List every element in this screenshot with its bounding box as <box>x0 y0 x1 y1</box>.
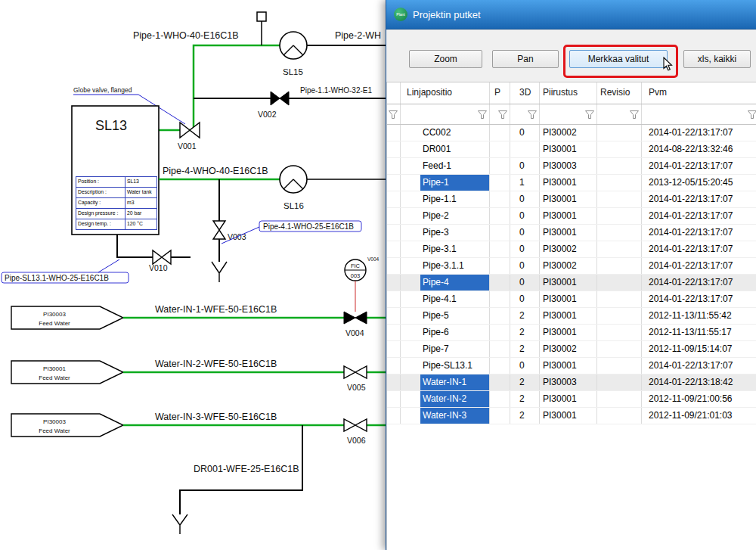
cell-piirustus[interactable]: PI30001 <box>540 275 597 291</box>
cell-piirustus[interactable]: PI30002 <box>540 341 597 357</box>
cell-revisio[interactable] <box>597 225 642 241</box>
selected-row-label[interactable]: Pipe-1 <box>420 175 489 191</box>
cell-piirustus[interactable]: PI30001 <box>540 358 597 374</box>
cell-3d[interactable]: 0 <box>510 258 540 274</box>
cell-revisio[interactable] <box>597 241 642 257</box>
window-titlebar[interactable]: Plant Projektin putket <box>386 0 756 30</box>
valve-v003[interactable] <box>213 221 225 239</box>
filter-funnel-icon[interactable] <box>497 110 508 120</box>
filter-funnel-icon[interactable] <box>527 110 538 120</box>
cell-pvm[interactable]: 2014-01-22/13:17:07 <box>642 225 756 241</box>
cell-3d[interactable]: 2 <box>510 308 540 324</box>
selected-row-label[interactable]: Water-IN-1 <box>420 374 489 390</box>
cell-linjapositio[interactable]: CC002 <box>401 125 490 141</box>
header-piirustus[interactable]: Piirustus <box>540 82 597 104</box>
cell-revisio[interactable] <box>597 391 642 407</box>
filter-revisio[interactable] <box>597 104 642 124</box>
cell-pvm[interactable]: 2013-12-05/15:20:45 <box>642 175 756 191</box>
cell-linjapositio[interactable]: DR001 <box>401 141 490 157</box>
row-selector-cell[interactable] <box>387 191 401 207</box>
header-revisio[interactable]: Revisio <box>597 82 642 104</box>
row-label[interactable]: Pipe-2 <box>420 208 451 224</box>
cell-linjapositio[interactable]: Pipe-6 <box>401 325 490 340</box>
table-row[interactable]: Pipe-52PI300012012-11-13/11:55:42 <box>387 308 756 325</box>
cell-piirustus[interactable]: PI30001 <box>540 308 597 324</box>
header-linjapositio[interactable]: Linjapositio <box>401 82 490 104</box>
cell-p[interactable] <box>490 358 510 374</box>
cell-3d[interactable]: 2 <box>510 374 540 390</box>
cell-linjapositio[interactable]: Water-IN-1 <box>401 374 490 390</box>
cell-3d[interactable]: 2 <box>510 325 540 340</box>
cell-pvm[interactable]: 2012-11-09/21:00:56 <box>642 391 756 407</box>
row-selector-cell[interactable] <box>387 408 401 424</box>
xls-all-button[interactable]: xls, kaikki <box>683 50 751 68</box>
cell-piirustus[interactable]: PI30001 <box>540 391 597 407</box>
cell-revisio[interactable] <box>597 158 642 174</box>
mark-selected-button[interactable]: Merkkaa valitut <box>569 50 668 68</box>
table-row[interactable]: Water-IN-12PI300032014-01-22/13:18:42 <box>387 374 756 391</box>
cell-piirustus[interactable]: PI30001 <box>540 141 597 157</box>
cell-revisio[interactable] <box>597 291 642 307</box>
cell-pvm[interactable]: 2014-01-22/13:17:07 <box>642 158 756 174</box>
cell-p[interactable] <box>490 275 510 291</box>
valve-v006[interactable] <box>344 419 367 431</box>
cell-revisio[interactable] <box>597 308 642 324</box>
filter-3d[interactable] <box>510 104 540 124</box>
cell-piirustus[interactable]: PI30002 <box>540 125 597 141</box>
cell-piirustus[interactable]: PI30001 <box>540 408 597 424</box>
row-selector-cell[interactable] <box>387 125 401 141</box>
cell-pvm[interactable]: 2014-01-22/13:17:07 <box>642 358 756 374</box>
cell-3d[interactable]: 0 <box>510 358 540 374</box>
cell-p[interactable] <box>490 225 510 241</box>
cell-piirustus[interactable]: PI30001 <box>540 191 597 207</box>
table-row[interactable]: Pipe-3.10PI300022014-01-22/13:17:07 <box>387 241 756 258</box>
cell-pvm[interactable]: 2012-11-09/15:14:07 <box>642 341 756 357</box>
cell-p[interactable] <box>490 158 510 174</box>
row-label[interactable]: Pipe-5 <box>420 308 451 324</box>
cell-pvm[interactable]: 2012-11-13/11:55:17 <box>642 325 756 340</box>
cell-3d[interactable]: 2 <box>510 341 540 357</box>
cell-p[interactable] <box>490 291 510 307</box>
cell-linjapositio[interactable]: Water-IN-2 <box>401 391 490 407</box>
pump-sl16[interactable] <box>280 166 307 193</box>
zoom-button[interactable]: Zoom <box>409 50 482 68</box>
filter-funnel-icon[interactable] <box>584 110 595 120</box>
cell-revisio[interactable] <box>597 175 642 191</box>
cell-3d[interactable]: 0 <box>510 291 540 307</box>
row-selector-cell[interactable] <box>387 308 401 324</box>
cell-pvm[interactable]: 2012-11-09/21:01:03 <box>642 408 756 424</box>
cell-p[interactable] <box>490 391 510 407</box>
cell-revisio[interactable] <box>597 374 642 390</box>
cell-3d[interactable]: 1 <box>510 175 540 191</box>
row-label[interactable]: Pipe-3 <box>420 225 451 241</box>
row-selector-cell[interactable] <box>387 341 401 357</box>
cell-p[interactable] <box>490 341 510 357</box>
row-label[interactable]: Pipe-6 <box>420 325 451 340</box>
cell-revisio[interactable] <box>597 325 642 340</box>
cell-linjapositio[interactable]: Pipe-3 <box>401 225 490 241</box>
cell-3d[interactable]: 0 <box>510 125 540 141</box>
filter-funnel-icon[interactable] <box>747 110 756 120</box>
row-label[interactable]: Pipe-7 <box>420 341 451 357</box>
cell-linjapositio[interactable]: Pipe-1.1 <box>401 191 490 207</box>
row-selector-cell[interactable] <box>387 208 401 224</box>
filter-funnel-icon[interactable] <box>629 110 640 120</box>
row-selector-cell[interactable] <box>387 275 401 291</box>
table-row[interactable]: Water-IN-32PI300012012-11-09/21:01:03 <box>387 408 756 424</box>
table-row[interactable]: Pipe-1.10PI300012014-01-22/13:17:07 <box>387 191 756 208</box>
cell-revisio[interactable] <box>597 141 642 157</box>
cell-p[interactable] <box>490 241 510 257</box>
table-row[interactable]: Pipe-4.10PI300012014-01-22/13:17:07 <box>387 291 756 308</box>
row-selector-cell[interactable] <box>387 358 401 374</box>
filter-funnel-icon[interactable] <box>388 110 398 120</box>
cell-p[interactable] <box>490 408 510 424</box>
cell-3d[interactable] <box>510 141 540 157</box>
cell-p[interactable] <box>490 325 510 340</box>
cell-linjapositio[interactable]: Pipe-4 <box>401 275 490 291</box>
cell-p[interactable] <box>490 125 510 141</box>
valve-v002[interactable] <box>271 92 289 105</box>
cell-revisio[interactable] <box>597 208 642 224</box>
cell-piirustus[interactable]: PI30001 <box>540 325 597 340</box>
cell-piirustus[interactable]: PI30003 <box>540 374 597 390</box>
filter-pvm[interactable] <box>642 104 756 124</box>
